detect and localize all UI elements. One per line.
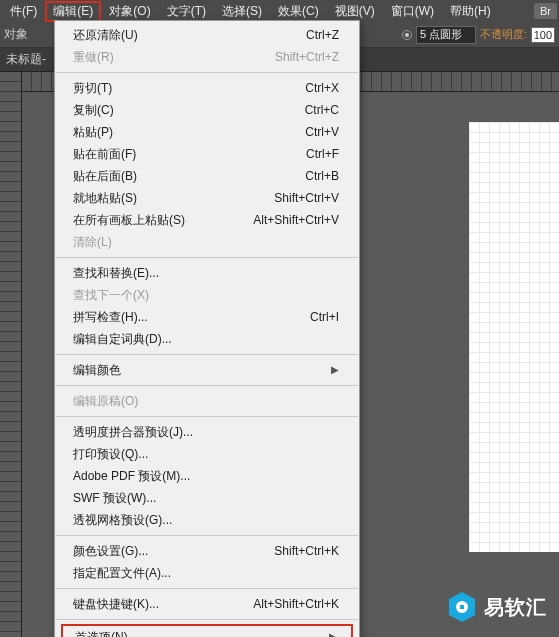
- menu-item: 清除(L): [55, 231, 359, 253]
- menu-item[interactable]: 贴在后面(B)Ctrl+B: [55, 165, 359, 187]
- opacity-label: 不透明度:: [480, 27, 527, 42]
- menu-item[interactable]: 首选项(N)▶: [63, 626, 351, 637]
- menu-item-label: 贴在前面(F): [73, 146, 136, 162]
- menu-item-label: 贴在后面(B): [73, 168, 137, 184]
- menu-item[interactable]: 就地粘贴(S)Shift+Ctrl+V: [55, 187, 359, 209]
- watermark-logo-icon: [448, 591, 476, 623]
- menu-item-label: 编辑自定词典(D)...: [73, 331, 172, 347]
- menu-object[interactable]: 对象(O): [101, 1, 158, 22]
- menu-item-label: 指定配置文件(A)...: [73, 565, 171, 581]
- bridge-button[interactable]: Br: [534, 3, 557, 19]
- menu-item-shortcut: Ctrl+I: [310, 309, 339, 325]
- menu-item-label: 就地粘贴(S): [73, 190, 137, 206]
- menu-separator: [56, 535, 358, 536]
- menu-item-label: 首选项(N): [75, 629, 128, 637]
- menu-item[interactable]: 还原清除(U)Ctrl+Z: [55, 24, 359, 46]
- menu-item-label: 剪切(T): [73, 80, 112, 96]
- menu-separator: [56, 416, 358, 417]
- menu-item: 编辑原稿(O): [55, 390, 359, 412]
- menu-item-label: 查找和替换(E)...: [73, 265, 159, 281]
- menu-item-shortcut: Ctrl+F: [306, 146, 339, 162]
- stroke-profile-field: 不透明度:: [402, 26, 555, 44]
- menu-item-shortcut: Alt+Shift+Ctrl+K: [253, 596, 339, 612]
- chevron-right-icon: ▶: [329, 629, 337, 637]
- menu-item-label: 键盘快捷键(K)...: [73, 596, 159, 612]
- menu-item: 重做(R)Shift+Ctrl+Z: [55, 46, 359, 68]
- menu-select[interactable]: 选择(S): [214, 1, 270, 22]
- menu-item-label: SWF 预设(W)...: [73, 490, 156, 506]
- menu-item[interactable]: 颜色设置(G)...Shift+Ctrl+K: [55, 540, 359, 562]
- menu-item-label: 复制(C): [73, 102, 114, 118]
- menu-item-label: 透明度拼合器预设(J)...: [73, 424, 193, 440]
- menu-separator: [56, 385, 358, 386]
- menu-type[interactable]: 文字(T): [159, 1, 214, 22]
- menu-item-shortcut: Ctrl+Z: [306, 27, 339, 43]
- menu-item[interactable]: 编辑颜色▶: [55, 359, 359, 381]
- menu-view[interactable]: 视图(V): [327, 1, 383, 22]
- edit-menu-dropdown: 还原清除(U)Ctrl+Z重做(R)Shift+Ctrl+Z剪切(T)Ctrl+…: [54, 20, 360, 637]
- menu-item[interactable]: 透视网格预设(G)...: [55, 509, 359, 531]
- menu-item-label: 重做(R): [73, 49, 114, 65]
- menu-window[interactable]: 窗口(W): [383, 1, 442, 22]
- menu-help[interactable]: 帮助(H): [442, 1, 499, 22]
- opacity-input[interactable]: [531, 27, 555, 43]
- selection-type-label: 对象: [4, 26, 28, 43]
- menu-item-shortcut: Shift+Ctrl+K: [274, 543, 339, 559]
- menubar: 件(F) 编辑(E) 对象(O) 文字(T) 选择(S) 效果(C) 视图(V)…: [0, 0, 559, 22]
- menu-item[interactable]: 贴在前面(F)Ctrl+F: [55, 143, 359, 165]
- menu-item-label: 颜色设置(G)...: [73, 543, 148, 559]
- menu-item-shortcut: Shift+Ctrl+V: [274, 190, 339, 206]
- ruler-vertical[interactable]: [0, 72, 22, 637]
- chevron-right-icon: ▶: [331, 362, 339, 378]
- menu-separator: [56, 72, 358, 73]
- menu-item[interactable]: 粘贴(P)Ctrl+V: [55, 121, 359, 143]
- watermark-text: 易软汇: [484, 594, 547, 621]
- menu-item-label: 编辑原稿(O): [73, 393, 138, 409]
- watermark: 易软汇: [448, 591, 547, 623]
- stroke-profile-input[interactable]: [416, 26, 476, 44]
- menu-item-label: 还原清除(U): [73, 27, 138, 43]
- menu-item-shortcut: Shift+Ctrl+Z: [275, 49, 339, 65]
- menu-item[interactable]: 透明度拼合器预设(J)...: [55, 421, 359, 443]
- menu-item-label: 透视网格预设(G)...: [73, 512, 172, 528]
- menu-file[interactable]: 件(F): [2, 1, 45, 22]
- menu-item[interactable]: 打印预设(Q)...: [55, 443, 359, 465]
- menu-item-label: 清除(L): [73, 234, 112, 250]
- menu-separator: [56, 354, 358, 355]
- menu-edit[interactable]: 编辑(E): [45, 1, 101, 22]
- menu-item[interactable]: 在所有画板上粘贴(S)Alt+Shift+Ctrl+V: [55, 209, 359, 231]
- menu-item-label: 粘贴(P): [73, 124, 113, 140]
- svg-rect-2: [460, 605, 464, 609]
- menu-item: 查找下一个(X): [55, 284, 359, 306]
- menu-item[interactable]: 复制(C)Ctrl+C: [55, 99, 359, 121]
- menu-item[interactable]: SWF 预设(W)...: [55, 487, 359, 509]
- menu-item-shortcut: Ctrl+X: [305, 80, 339, 96]
- menu-item-label: 编辑颜色: [73, 362, 121, 378]
- menu-separator: [56, 257, 358, 258]
- menu-item[interactable]: Adobe PDF 预设(M)...: [55, 465, 359, 487]
- menu-item[interactable]: 查找和替换(E)...: [55, 262, 359, 284]
- menu-separator: [56, 588, 358, 589]
- menu-item-label: Adobe PDF 预设(M)...: [73, 468, 190, 484]
- menu-item-shortcut: Ctrl+V: [305, 124, 339, 140]
- menu-item[interactable]: 拼写检查(H)...Ctrl+I: [55, 306, 359, 328]
- menu-item[interactable]: 键盘快捷键(K)...Alt+Shift+Ctrl+K: [55, 593, 359, 615]
- menu-item-shortcut: Alt+Shift+Ctrl+V: [253, 212, 339, 228]
- menu-item-shortcut: Ctrl+C: [305, 102, 339, 118]
- menu-item[interactable]: 编辑自定词典(D)...: [55, 328, 359, 350]
- menu-item-highlighted: 首选项(N)▶: [61, 624, 353, 637]
- menu-effect[interactable]: 效果(C): [270, 1, 327, 22]
- menu-item[interactable]: 指定配置文件(A)...: [55, 562, 359, 584]
- menu-item[interactable]: 剪切(T)Ctrl+X: [55, 77, 359, 99]
- bullet-icon: [402, 30, 412, 40]
- menu-item-label: 在所有画板上粘贴(S): [73, 212, 185, 228]
- menu-separator: [56, 619, 358, 620]
- menu-item-label: 拼写检查(H)...: [73, 309, 148, 325]
- menu-item-label: 查找下一个(X): [73, 287, 149, 303]
- menu-item-shortcut: Ctrl+B: [305, 168, 339, 184]
- menu-item-label: 打印预设(Q)...: [73, 446, 148, 462]
- document-tab[interactable]: 未标题-: [6, 51, 46, 68]
- artboard[interactable]: [469, 122, 559, 552]
